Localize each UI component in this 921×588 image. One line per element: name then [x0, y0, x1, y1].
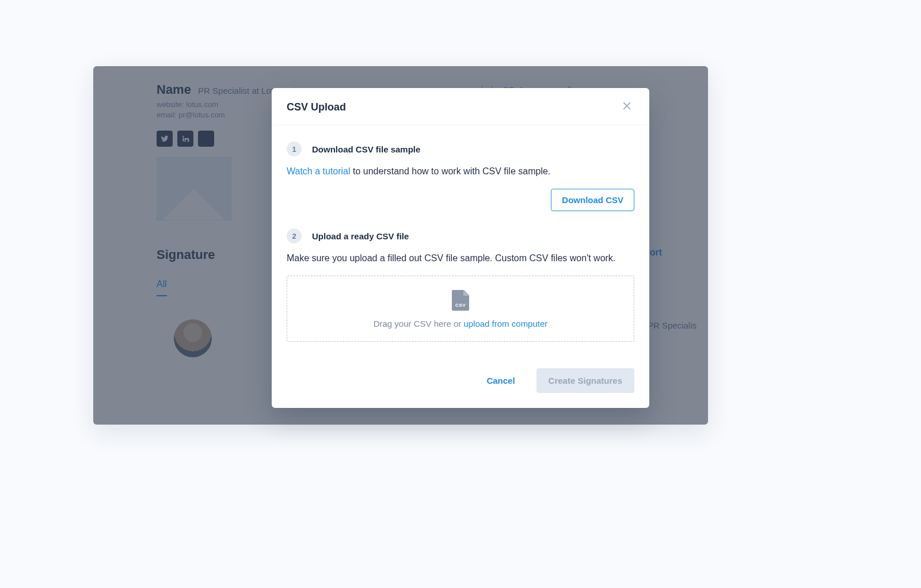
- watch-tutorial-link[interactable]: Watch a tutorial: [287, 166, 351, 176]
- modal-header: CSV Upload: [272, 88, 649, 125]
- close-icon[interactable]: [619, 98, 634, 116]
- step-1-title: Download CSV file sample: [312, 144, 420, 154]
- modal-title: CSV Upload: [287, 101, 346, 113]
- modal-body: 1 Download CSV file sample Watch a tutor…: [272, 125, 649, 364]
- step-2-description: Make sure you upload a filled out CSV fi…: [287, 251, 634, 265]
- step-2-header: 2 Upload a ready CSV file: [287, 228, 634, 243]
- csv-file-icon: CSV: [452, 290, 469, 311]
- step-2-title: Upload a ready CSV file: [312, 231, 409, 241]
- upload-from-computer-link[interactable]: upload from computer: [463, 319, 547, 329]
- step-1-description-rest: to understand how to work with CSV file …: [351, 166, 551, 176]
- step-1-badge: 1: [287, 142, 302, 156]
- cancel-button[interactable]: Cancel: [475, 369, 526, 392]
- dropzone-text: Drag your CSV here or upload from comput…: [374, 319, 548, 329]
- csv-upload-modal: CSV Upload 1 Download CSV file sample Wa…: [272, 88, 649, 408]
- modal-footer: Cancel Create Signatures: [272, 364, 649, 408]
- step-1-header: 1 Download CSV file sample: [287, 142, 634, 156]
- download-csv-button[interactable]: Download CSV: [551, 189, 634, 211]
- dropzone-text-static: Drag your CSV here or: [374, 319, 464, 329]
- csv-icon-label: CSV: [452, 303, 469, 308]
- step-2-badge: 2: [287, 228, 302, 243]
- step-1-description: Watch a tutorial to understand how to wo…: [287, 165, 634, 178]
- csv-dropzone[interactable]: CSV Drag your CSV here or upload from co…: [287, 276, 634, 342]
- create-signatures-button[interactable]: Create Signatures: [536, 368, 634, 393]
